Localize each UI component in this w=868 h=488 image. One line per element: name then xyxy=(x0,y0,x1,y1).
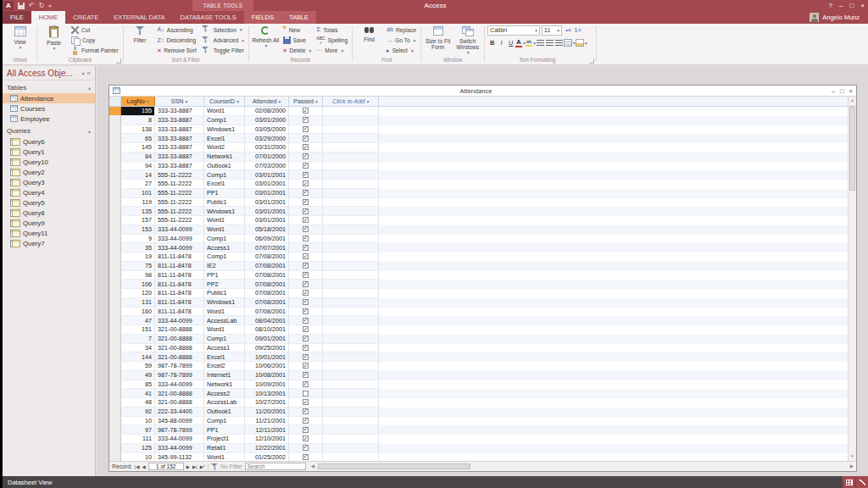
table-row[interactable]: 98811-11-8478PP107/08/2001 xyxy=(109,271,848,280)
row-selector[interactable] xyxy=(109,417,121,426)
table-row[interactable]: 8333-33-8887Comp103/01/2000 xyxy=(109,116,848,125)
cell-courseid[interactable]: PP2 xyxy=(204,280,245,289)
cell-logno[interactable]: 14 xyxy=(121,170,155,180)
row-selector[interactable] xyxy=(109,262,121,271)
help-button[interactable]: ? xyxy=(829,2,832,9)
cell-passed[interactable] xyxy=(289,335,323,344)
row-selector[interactable] xyxy=(109,143,121,152)
cell-passed[interactable] xyxy=(289,116,323,125)
horizontal-scrollbar[interactable]: ◀ ▶ xyxy=(311,463,854,470)
view-button[interactable]: View xyxy=(6,25,34,56)
cell-ssn[interactable]: 811-11-8478 xyxy=(155,252,204,262)
cell-logno[interactable]: 10 xyxy=(121,417,155,426)
cell-logno[interactable]: 98 xyxy=(121,271,155,280)
passed-checkbox[interactable] xyxy=(303,435,309,441)
nav-item-query11[interactable]: Query11 xyxy=(3,228,95,238)
cell-courseid[interactable]: Windows1 xyxy=(204,125,245,135)
cell-attended[interactable]: 03/01/2001 xyxy=(245,198,289,208)
cell-logno[interactable]: 138 xyxy=(121,125,155,135)
passed-checkbox[interactable] xyxy=(303,190,309,196)
nav-item-employee[interactable]: Employee xyxy=(3,114,95,124)
delete-record-button[interactable]: ×Delete xyxy=(281,46,314,56)
cell-ssn[interactable]: 987-78-7899 xyxy=(155,425,204,435)
passed-checkbox[interactable] xyxy=(303,253,309,259)
table-row[interactable]: 59987-78-7899Excel210/06/2001 xyxy=(109,362,848,371)
row-selector[interactable] xyxy=(109,252,121,262)
table-row[interactable]: 84333-33-8887Network107/01/2000 xyxy=(109,152,848,162)
row-selector[interactable] xyxy=(109,389,121,398)
cell-ssn[interactable]: 333-33-8887 xyxy=(155,143,204,152)
collapse-group-icon[interactable]: ▴ xyxy=(88,85,91,91)
row-selector[interactable] xyxy=(109,425,121,435)
cell-passed[interactable] xyxy=(289,380,323,390)
table-row[interactable]: 9333-44-0099Comp106/09/2001 xyxy=(109,235,848,244)
row-selector[interactable] xyxy=(109,298,121,308)
cell-attended[interactable]: 10/06/2001 xyxy=(245,362,289,371)
italic-button[interactable]: I xyxy=(497,38,506,48)
row-selector[interactable] xyxy=(109,398,121,408)
passed-checkbox[interactable] xyxy=(303,153,309,159)
passed-checkbox[interactable] xyxy=(303,408,309,414)
cell-click-to-add[interactable] xyxy=(323,252,379,262)
passed-checkbox[interactable] xyxy=(303,308,309,314)
cell-click-to-add[interactable] xyxy=(323,170,379,180)
app-icon[interactable]: A xyxy=(3,1,14,10)
cell-ssn[interactable]: 811-11-8478 xyxy=(155,262,204,271)
table-row[interactable]: 85333-44-0099Network110/09/2001 xyxy=(109,380,848,390)
more-button[interactable]: ···More xyxy=(314,46,349,56)
tab-file[interactable]: FILE xyxy=(3,11,31,24)
nav-group-header-tables[interactable]: Tables▴ xyxy=(3,82,95,93)
passed-checkbox[interactable] xyxy=(303,345,309,351)
row-selector[interactable] xyxy=(109,371,121,380)
bullets-button[interactable]: •≡ xyxy=(564,25,573,36)
row-selector[interactable] xyxy=(109,316,121,325)
cell-click-to-add[interactable] xyxy=(323,107,379,116)
row-selector[interactable] xyxy=(109,380,121,390)
passed-checkbox[interactable] xyxy=(303,180,309,186)
cell-logno[interactable]: 35 xyxy=(121,243,155,252)
cell-click-to-add[interactable] xyxy=(323,362,379,371)
descending-button[interactable]: Z↑Descending xyxy=(156,35,198,45)
tab-fields[interactable]: FIELDS xyxy=(244,11,281,24)
nav-item-query6[interactable]: Query6 xyxy=(3,136,95,147)
cell-attended[interactable]: 10/08/2001 xyxy=(245,371,289,380)
cell-passed[interactable] xyxy=(289,362,323,371)
cell-courseid[interactable]: Word1 xyxy=(204,308,245,317)
cell-courseid[interactable]: Project1 xyxy=(204,435,245,444)
cell-click-to-add[interactable] xyxy=(323,216,379,225)
cell-logno[interactable]: 125 xyxy=(121,444,155,453)
clipboard-dialog-launcher[interactable] xyxy=(116,58,121,64)
nav-pane-menu-icon[interactable]: ▾ xyxy=(82,70,85,76)
cell-attended[interactable]: 03/31/2000 xyxy=(245,143,289,152)
find-button[interactable]: Find xyxy=(355,25,383,56)
table-row[interactable]: 151321-00-8888Word108/10/2001 xyxy=(109,325,848,335)
cell-courseid[interactable]: Comp1 xyxy=(204,116,245,125)
cell-attended[interactable]: 07/08/2001 xyxy=(245,298,289,308)
row-selector[interactable] xyxy=(109,162,121,171)
cell-attended[interactable]: 12/11/2001 xyxy=(245,425,289,435)
table-row[interactable]: 125333-44-0099Retail112/22/2001 xyxy=(109,444,848,453)
cell-courseid[interactable]: Word1 xyxy=(204,453,245,462)
cell-logno[interactable]: 155 xyxy=(121,107,155,116)
cell-courseid[interactable]: Network1 xyxy=(204,152,245,162)
search-input[interactable] xyxy=(245,463,306,470)
cell-ssn[interactable]: 333-44-0099 xyxy=(155,316,204,325)
row-selector[interactable] xyxy=(109,308,121,317)
cell-click-to-add[interactable] xyxy=(323,262,379,271)
account-area[interactable]: Angelo Munz xyxy=(810,11,868,24)
cell-passed[interactable] xyxy=(289,425,323,435)
cell-attended[interactable]: 11/20/2001 xyxy=(245,408,289,417)
font-color-button[interactable]: A xyxy=(515,38,526,48)
cell-logno[interactable]: 106 xyxy=(121,280,155,289)
cell-click-to-add[interactable] xyxy=(323,435,379,444)
cell-logno[interactable]: 19 xyxy=(121,252,155,262)
cell-ssn[interactable]: 555-11-2222 xyxy=(155,170,204,180)
cell-courseid[interactable]: Excel1 xyxy=(204,134,245,143)
tab-external-data[interactable]: EXTERNAL DATA xyxy=(106,11,172,24)
passed-checkbox[interactable] xyxy=(303,418,309,424)
cell-passed[interactable] xyxy=(289,352,323,362)
switch-windows-button[interactable]: Switch Windows xyxy=(453,25,481,56)
size-to-fit-form-button[interactable]: Size to Fit Form xyxy=(424,25,452,56)
cell-click-to-add[interactable] xyxy=(323,134,379,143)
undo-icon[interactable]: ↶ xyxy=(29,2,35,9)
